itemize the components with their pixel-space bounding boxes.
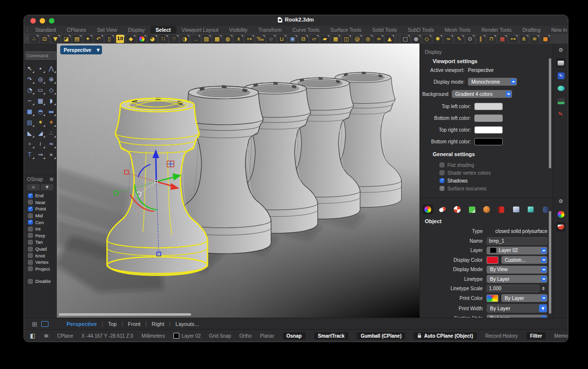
osnap-checkbox-point[interactable] <box>28 207 33 211</box>
osnap-checkbox-project[interactable] <box>28 266 33 271</box>
osnap-checkbox-tan[interactable] <box>28 240 33 245</box>
status-filter[interactable]: Filter <box>526 332 546 340</box>
viewport-canvas[interactable] <box>57 44 419 318</box>
menu-tab-drafting[interactable]: Drafting <box>517 26 546 34</box>
select-sphere-gray-icon[interactable]: ● <box>412 35 421 43</box>
viewport-tab-front[interactable]: Front <box>128 321 141 327</box>
properties-tab-texture-ball-icon[interactable] <box>481 205 492 214</box>
color-swatch-top-right-color[interactable] <box>474 126 503 134</box>
panel-drag-handle[interactable]: ···· <box>24 44 57 48</box>
status-auto-cplane-object[interactable]: Auto CPlane (Object) <box>414 332 477 340</box>
status-ortho[interactable]: Ortho <box>240 333 252 339</box>
osnap-checkbox-quad[interactable] <box>28 247 33 252</box>
checkbox-surface-isocurves[interactable] <box>440 186 444 191</box>
list-icon[interactable]: ≡ <box>44 332 49 339</box>
select-points-icon[interactable]: ∴ <box>29 35 39 43</box>
osnap-checkbox-cen[interactable] <box>28 220 33 225</box>
gear-icon[interactable]: ⚙ <box>49 177 54 182</box>
osnap-points-tab[interactable]: ⊙ <box>27 184 40 190</box>
command-input[interactable] <box>25 51 56 60</box>
status-smarttrack[interactable]: SmartTrack <box>314 332 348 340</box>
menu-tab-visibility[interactable]: Visibility <box>224 26 253 34</box>
tool-fillet[interactable]: ∘ <box>25 139 35 149</box>
select-wire-box-icon[interactable]: ◫ <box>342 35 351 43</box>
tool-cylinder[interactable]: ▬ <box>47 107 56 116</box>
menu-tab-display[interactable]: Display <box>122 26 150 34</box>
tool-curve-through-points[interactable]: ⋀ <box>47 64 56 73</box>
layer-dropdown[interactable]: Layer 02 <box>487 247 547 254</box>
properties-tab-icon[interactable] <box>556 209 565 219</box>
color-swatch-top-left-color[interactable] <box>474 103 503 110</box>
panel-drag-handle[interactable]: ···· <box>420 44 553 48</box>
tool-polygon[interactable]: ◇ <box>47 85 56 95</box>
menu-tab-mesh-tools[interactable]: Mesh Tools <box>440 26 476 34</box>
select-last-icon[interactable]: ◪ <box>62 35 71 43</box>
select-u-box-icon[interactable]: ⊓ <box>487 35 496 43</box>
stepper-icon[interactable] <box>541 285 546 292</box>
select-magnifier-icon[interactable]: ⊙ <box>466 35 475 43</box>
select-fence-icon[interactable]: ∥ <box>476 35 486 43</box>
select-balls-icon[interactable]: ‰ <box>256 35 265 43</box>
checkbox-flat-shading[interactable] <box>440 162 444 167</box>
menu-tab-curve-tools[interactable]: Curve Tools <box>287 26 325 34</box>
menu-tab-set-view[interactable]: Set View <box>92 26 122 34</box>
status-record-history[interactable]: Record History <box>486 333 518 339</box>
select-pair-icon[interactable]: ‥ <box>191 35 200 43</box>
undo-selection-icon[interactable]: ↶ <box>94 35 103 43</box>
linetype-dropdown[interactable]: By Layer <box>487 275 547 283</box>
select-orange-cube-icon[interactable]: ■ <box>541 35 550 43</box>
select-red-frame-icon[interactable]: ▦ <box>498 35 507 43</box>
select-plane-icon[interactable]: ▰ <box>320 35 330 43</box>
tool-pointer[interactable]: ↖ <box>25 64 35 73</box>
tool-trim[interactable]: ◣ <box>25 128 35 138</box>
tool-box[interactable]: ■ <box>25 107 35 116</box>
tool-freeform-curve[interactable]: ~ <box>25 96 35 106</box>
tool-match-curve[interactable]: ≈ <box>47 139 56 149</box>
select-to-frame-icon[interactable]: ↦ <box>245 35 254 43</box>
tool-split[interactable]: ◢ <box>36 128 46 138</box>
menu-tab-viewport-layout[interactable]: Viewport Layout <box>176 26 224 34</box>
properties-tab-checker-icon[interactable] <box>452 205 463 214</box>
tool-ellipse[interactable]: ⊕ <box>47 74 56 84</box>
tool-circle[interactable]: ◎ <box>36 74 46 84</box>
viewport-tab-right[interactable]: Right <box>152 321 165 327</box>
object-panel-scrollbar[interactable] <box>549 211 551 314</box>
display-color-dropdown[interactable]: Custom... <box>501 256 547 264</box>
select-reel-icon[interactable]: ◎ <box>364 35 373 43</box>
viewport-tab-perspective[interactable]: Perspective <box>67 321 97 327</box>
tool-boolean-flash[interactable]: ✶ <box>47 117 56 127</box>
status-cplane[interactable]: CPlane <box>57 333 73 339</box>
gear-icon[interactable]: ⚙ <box>556 197 565 206</box>
tool-boolean-union[interactable]: ∴ <box>47 128 56 138</box>
osnap-checkbox-disable[interactable] <box>28 279 33 284</box>
status-osnap[interactable]: Osnap <box>283 332 306 340</box>
select-hatch-icon[interactable]: ▩ <box>213 35 222 43</box>
status-planar[interactable]: Planar <box>260 333 274 339</box>
selection-list-icon[interactable]: ▤ <box>73 35 82 43</box>
select-wedge-icon[interactable]: ◕ <box>148 35 157 43</box>
viewport[interactable]: Perspective▼ <box>57 44 419 318</box>
osnap-checkbox-near[interactable] <box>28 200 33 205</box>
tool-more-tools[interactable]: » <box>47 150 56 160</box>
select-count-icon[interactable]: 10 <box>116 35 125 43</box>
selection-filter-icon[interactable]: ▼ <box>51 35 60 43</box>
select-solids-icon[interactable]: ◆ <box>126 35 136 43</box>
select-by-color-icon[interactable] <box>137 35 147 43</box>
select-spiral-icon[interactable]: @ <box>353 35 362 43</box>
select-document-icon[interactable]: ⊟ <box>299 35 308 43</box>
select-lattice-icon[interactable]: ∷ <box>159 35 168 43</box>
select-volume-icon[interactable]: ◑ <box>180 35 190 43</box>
menu-tab-surface-tools[interactable]: Surface Tools <box>325 26 367 34</box>
select-open-box-icon[interactable]: ⊔ <box>277 35 287 43</box>
status-layer-02[interactable]: Layer 02 <box>173 333 201 339</box>
select-tag-icon[interactable]: ▯ <box>105 35 114 43</box>
gear-icon[interactable]: ⚙ <box>556 46 565 55</box>
select-point-cloud-icon[interactable]: ∵ <box>170 35 179 43</box>
osnap-checkbox-end[interactable] <box>28 193 33 198</box>
menu-tab-solid-tools[interactable]: Solid Tools <box>367 26 402 34</box>
menu-tab-transform[interactable]: Transform <box>253 26 287 34</box>
linetype-scale-field[interactable] <box>487 285 539 292</box>
select-gradient-icon[interactable]: ▨ <box>202 35 211 43</box>
menu-tab-cplanes[interactable]: CPlanes <box>61 26 92 34</box>
display-mode-dropdown[interactable]: Monochrome <box>468 78 517 86</box>
